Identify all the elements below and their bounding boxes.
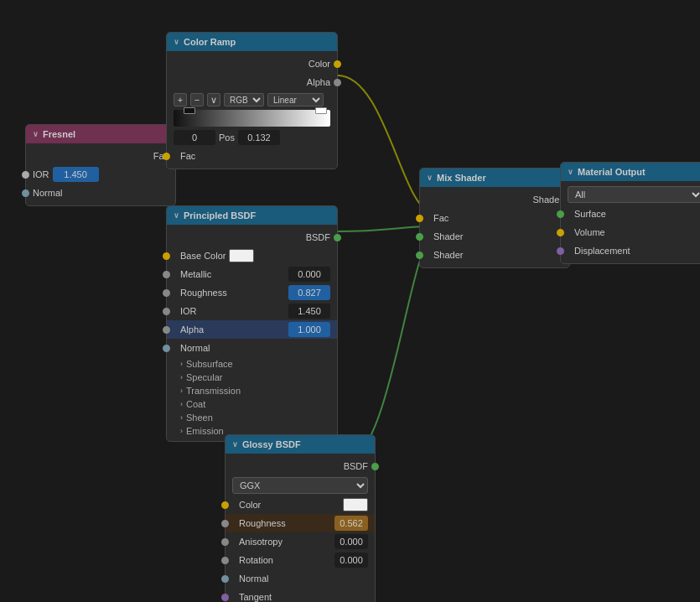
fresnel-title: Fresnel <box>43 129 75 139</box>
fresnel-fac-output-row: Fac <box>26 147 175 165</box>
ramp-gradient[interactable] <box>174 110 330 127</box>
sheen-expand[interactable]: › Sheen <box>167 411 337 424</box>
material-output-volume-label: Volume <box>574 227 605 237</box>
glossy-roughness-label: Roughness <box>239 518 331 528</box>
glossy-bsdf-socket[interactable] <box>371 463 379 470</box>
principled-ior-socket[interactable] <box>163 308 170 315</box>
glossy-anisotropy-socket[interactable] <box>221 538 229 546</box>
mix-shader-output-row: Shader <box>420 190 569 209</box>
principled-alpha-label: Alpha <box>180 324 285 335</box>
glossy-bsdf-output-row: BSDF <box>226 457 375 475</box>
principled-bsdf-node[interactable]: ∨ Principled BSDF BSDF Base Color Metall… <box>166 205 338 442</box>
color-ramp-fac-in-socket[interactable] <box>163 153 170 160</box>
coat-label: Coat <box>186 399 205 409</box>
specular-expand[interactable]: › Specular <box>167 371 337 384</box>
mix-shader-fac-socket[interactable] <box>416 215 423 222</box>
principled-metallic-socket[interactable] <box>163 271 170 278</box>
emission-label: Emission <box>186 426 224 436</box>
material-output-node[interactable]: ∨ Material Output All Cycles EEVEE Surfa… <box>560 162 700 264</box>
material-output-surface-row: Surface <box>561 205 700 223</box>
fresnel-normal-socket[interactable] <box>22 189 29 197</box>
glossy-bsdf-node[interactable]: ∨ Glossy BSDF BSDF GGX Beckmann Ashikhmi… <box>225 434 376 602</box>
glossy-rotation-input[interactable] <box>334 553 368 568</box>
emission-arrow: › <box>180 427 183 435</box>
coat-expand[interactable]: › Coat <box>167 397 337 411</box>
fresnel-normal-label: Normal <box>33 188 62 198</box>
principled-alpha-socket[interactable] <box>163 326 170 334</box>
transmission-label: Transmission <box>186 386 241 396</box>
glossy-roughness-row: Roughness <box>226 514 375 532</box>
principled-normal-socket[interactable] <box>163 345 170 352</box>
mix-shader-title: Mix Shader <box>437 173 486 183</box>
principled-alpha-input[interactable] <box>288 322 330 337</box>
glossy-normal-socket[interactable] <box>221 575 229 583</box>
fresnel-ior-socket[interactable] <box>22 171 29 179</box>
glossy-color-swatch[interactable] <box>343 498 368 511</box>
principled-roughness-row: Roughness <box>167 283 337 302</box>
principled-roughness-input[interactable] <box>288 285 330 300</box>
subsurface-arrow: › <box>180 360 183 368</box>
principled-ior-label: IOR <box>180 306 285 316</box>
glossy-rotation-socket[interactable] <box>221 557 229 564</box>
material-output-surface-label: Surface <box>574 209 606 219</box>
mix-shader-shader2-label: Shader <box>433 231 463 241</box>
principled-basecolor-swatch[interactable] <box>229 249 254 262</box>
mix-shader-shader2-row: Shader <box>420 227 569 246</box>
principled-body: BSDF Base Color Metallic Roughness IOR A… <box>167 225 337 441</box>
ramp-rgb-select[interactable]: RGB HSV HSL <box>224 93 264 106</box>
fresnel-node[interactable]: ∨ Fresnel Fac IOR Normal <box>25 124 176 206</box>
sheen-label: Sheen <box>186 413 213 423</box>
fresnel-header: ∨ Fresnel <box>26 125 175 143</box>
glossy-tangent-socket[interactable] <box>221 594 229 601</box>
principled-metallic-label: Metallic <box>180 269 285 279</box>
principled-roughness-socket[interactable] <box>163 289 170 297</box>
transmission-arrow: › <box>180 387 183 395</box>
fresnel-ior-input[interactable] <box>53 167 99 182</box>
mix-shader-fac-row: Fac <box>420 209 569 227</box>
glossy-roughness-input[interactable] <box>334 516 368 531</box>
glossy-anisotropy-input[interactable] <box>334 534 368 549</box>
color-ramp-fac-in-label: Fac <box>180 151 195 161</box>
fresnel-normal-row: Normal <box>26 184 175 202</box>
material-output-header: ∨ Material Output <box>561 163 700 181</box>
principled-bsdf-socket[interactable] <box>334 234 341 241</box>
principled-ior-input[interactable] <box>288 304 330 319</box>
transmission-expand[interactable]: › Transmission <box>167 384 337 397</box>
principled-metallic-input[interactable] <box>288 267 330 282</box>
color-ramp-alpha-label: Alpha <box>307 77 330 87</box>
mix-shader-shader3-row: Shader <box>420 246 569 264</box>
ramp-remove-btn[interactable]: − <box>190 93 204 106</box>
principled-chevron: ∨ <box>174 211 179 220</box>
glossy-rotation-row: Rotation <box>226 551 375 569</box>
principled-normal-row: Normal <box>167 339 337 357</box>
glossy-bsdf-label: BSDF <box>344 461 368 471</box>
material-output-volume-socket[interactable] <box>557 229 564 236</box>
ramp-pos-input[interactable] <box>238 130 280 145</box>
color-ramp-color-row: Color <box>167 54 337 73</box>
ramp-index-input[interactable] <box>174 130 215 145</box>
color-ramp-color-socket[interactable] <box>334 60 341 68</box>
ramp-add-btn[interactable]: + <box>174 93 187 106</box>
mix-shader-shader2-socket[interactable] <box>416 233 423 241</box>
material-output-displacement-row: Displacement <box>561 241 700 260</box>
color-ramp-node[interactable]: ∨ Color Ramp Color Alpha + − ∨ RGB HSV H… <box>166 32 338 169</box>
glossy-roughness-socket[interactable] <box>221 520 229 527</box>
mix-shader-shader3-socket[interactable] <box>416 252 423 259</box>
glossy-color-socket[interactable] <box>221 501 229 509</box>
glossy-ggx-select[interactable]: GGX Beckmann Ashikhmin-Shirley Multiscat… <box>232 477 368 494</box>
ramp-menu-btn[interactable]: ∨ <box>207 93 220 106</box>
material-output-chevron: ∨ <box>568 168 573 176</box>
mix-shader-chevron: ∨ <box>427 174 433 182</box>
color-ramp-alpha-socket[interactable] <box>334 79 341 86</box>
material-output-displacement-socket[interactable] <box>557 247 564 255</box>
ramp-interp-select[interactable]: Linear Ease B-Spline Cardinal Constant <box>267 93 324 106</box>
glossy-normal-row: Normal <box>226 569 375 588</box>
material-output-surface-socket[interactable] <box>557 210 564 218</box>
material-output-target-select[interactable]: All Cycles EEVEE <box>568 186 700 203</box>
mix-shader-node[interactable]: ∨ Mix Shader Shader Fac Shader Shader <box>419 168 570 268</box>
principled-basecolor-socket[interactable] <box>163 252 170 260</box>
coat-arrow: › <box>180 400 183 408</box>
mix-shader-fac-label: Fac <box>433 213 449 223</box>
subsurface-expand[interactable]: › Subsurface <box>167 357 337 371</box>
material-output-displacement-label: Displacement <box>574 246 630 256</box>
